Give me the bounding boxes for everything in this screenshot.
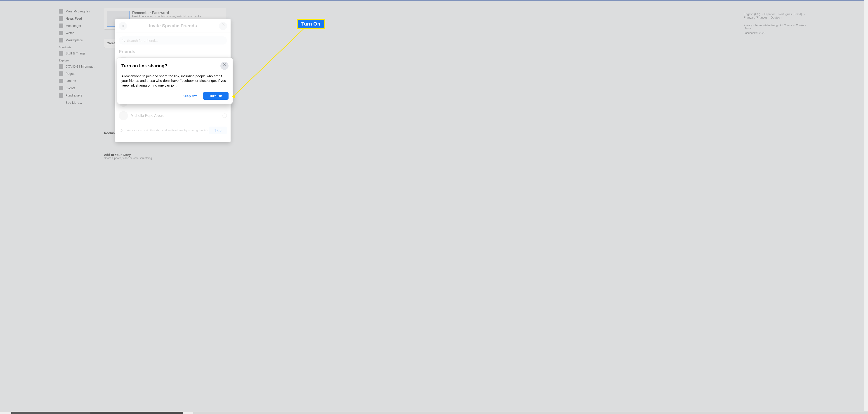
callout-dot — [232, 95, 235, 98]
scrollbar-thumb[interactable] — [90, 412, 183, 414]
vertical-scrollbar[interactable] — [864, 0, 868, 414]
confirm-close-button[interactable] — [220, 62, 228, 70]
scrollbar-thumb[interactable] — [11, 412, 93, 414]
scrollbar-track — [193, 412, 868, 414]
callout-label: Turn On — [297, 19, 325, 29]
link-sharing-confirm-modal: Turn on link sharing? Allow anyone to jo… — [117, 58, 232, 104]
keep-off-button[interactable]: Keep Off — [178, 92, 201, 100]
horizontal-scrollbar[interactable] — [0, 411, 868, 414]
confirm-body: Allow anyone to join and share the link,… — [121, 74, 228, 88]
turn-on-button[interactable]: Turn On — [203, 92, 228, 100]
close-icon — [223, 64, 226, 68]
confirm-title: Turn on link sharing? — [121, 63, 167, 68]
confirm-actions: Keep Off Turn On — [121, 92, 228, 100]
confirm-header: Turn on link sharing? — [121, 62, 228, 70]
